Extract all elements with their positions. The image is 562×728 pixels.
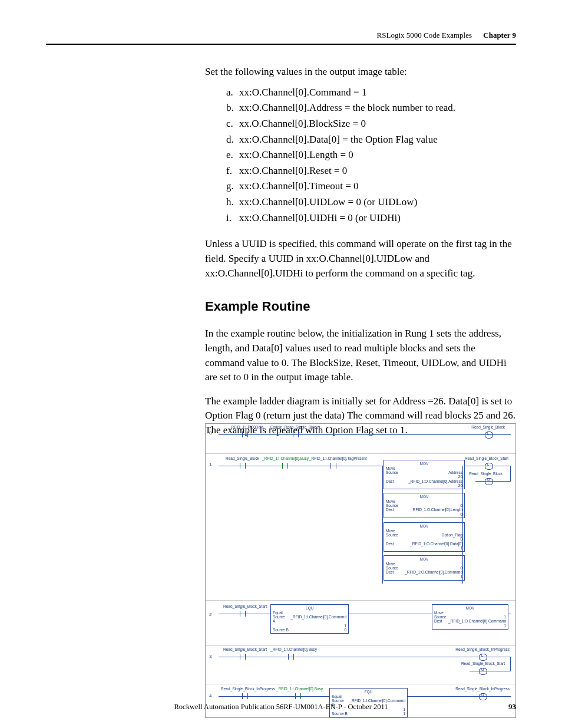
mov-instruction: MOV Move Source0 Dest_RFID_1:O.Channel[0…: [384, 555, 465, 581]
header-rule: [46, 44, 516, 45]
rung-number: 1: [209, 462, 211, 467]
body-content: Set the following values in the output i…: [205, 65, 516, 444]
paragraph: Set the following values in the output i…: [205, 65, 516, 80]
paragraph: Unless a UUID is specified, this command…: [205, 237, 516, 281]
ladder-diagram: 0 _RFID_1:I.Pt00Data Enable_Read_Single_…: [205, 423, 516, 718]
rung-number: 4: [209, 694, 211, 699]
coil-unlatch: [479, 668, 487, 675]
header-chapter: Chapter 9: [483, 31, 516, 39]
equ-instruction: EQU Equal Source A_RFID_1:I.Channel[0].C…: [270, 604, 349, 634]
coil-unlatch: [485, 478, 493, 485]
paragraph: In the example routine below, the initia…: [205, 327, 516, 385]
rung-number: 2: [209, 612, 211, 618]
mov-instruction: MOV Move Source1 Dest_RFID_1:O.Channel[0…: [432, 604, 508, 630]
mov-instruction: MOV Move SourceAddress 26 Dest_RFID_1:O.…: [384, 460, 465, 489]
coil-latch: [479, 654, 487, 661]
mov-instruction: MOV Move Source0 Dest_RFID_1:O.Channel[0…: [384, 493, 465, 518]
rung-number: 0: [209, 431, 211, 436]
coil-unlatch: [479, 693, 487, 700]
output-list: a.xx:O.Channel[0].Command = 1 b.xx:O.Cha…: [226, 85, 516, 226]
section-heading: Example Routine: [205, 297, 516, 316]
header-title: RSLogix 5000 Code Examples: [377, 31, 472, 39]
coil-latch: [485, 463, 493, 470]
page-number: 93: [508, 702, 516, 711]
mov-instruction: MOV Move SourceOption_Flag 0 Dest_RFID_1…: [384, 522, 465, 552]
footer-publication: Rockwell Automation Publication 56RF-UM0…: [46, 703, 516, 711]
coil-latch: [485, 431, 493, 439]
rung-number: 3: [209, 654, 211, 660]
